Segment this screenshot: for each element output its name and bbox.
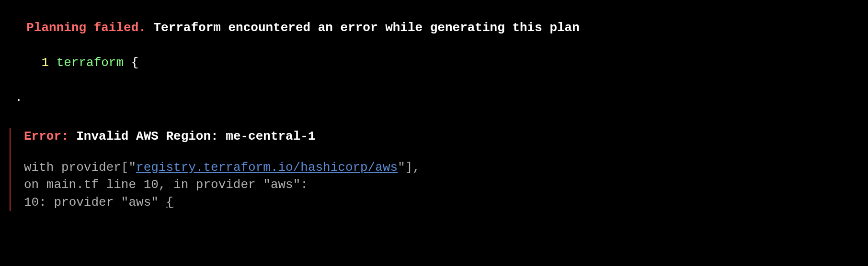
- error-code-line: 10: provider "aws" {: [24, 194, 868, 211]
- truncation-dot: .: [0, 72, 868, 107]
- error-location-line: on main.tf line 10, in provider "aws":: [24, 176, 868, 193]
- code-line-brace: {: [166, 195, 173, 210]
- dot-char: .: [15, 90, 23, 105]
- error-label: Error:: [24, 129, 69, 144]
- open-brace: {: [124, 55, 138, 70]
- error-header: Error: Invalid AWS Region: me-central-1: [24, 128, 868, 145]
- with-prefix: with provider[": [24, 160, 136, 175]
- planning-failed-label: Planning failed.: [26, 21, 146, 35]
- planning-failed-subtitle: Terraform encountered an error while gen…: [146, 21, 580, 35]
- plan-status-line: Planning failed. Terraform encountered a…: [0, 2, 868, 37]
- error-provider-line: with provider["registry.terraform.io/has…: [24, 159, 868, 176]
- line-number: 1: [26, 55, 56, 70]
- code-line-content: provider "aws": [54, 195, 166, 210]
- provider-registry-link[interactable]: registry.terraform.io/hashicorp/aws: [136, 160, 398, 175]
- code-preview-line: 1 terraform {: [0, 37, 868, 72]
- terraform-keyword: terraform: [57, 55, 124, 70]
- with-suffix: "],: [398, 160, 420, 175]
- code-line-number: 10:: [24, 195, 54, 210]
- location-text: on main.tf line 10, in provider "aws":: [24, 177, 308, 192]
- error-message: Invalid AWS Region: me-central-1: [69, 129, 316, 144]
- error-block: Error: Invalid AWS Region: me-central-1 …: [10, 128, 868, 211]
